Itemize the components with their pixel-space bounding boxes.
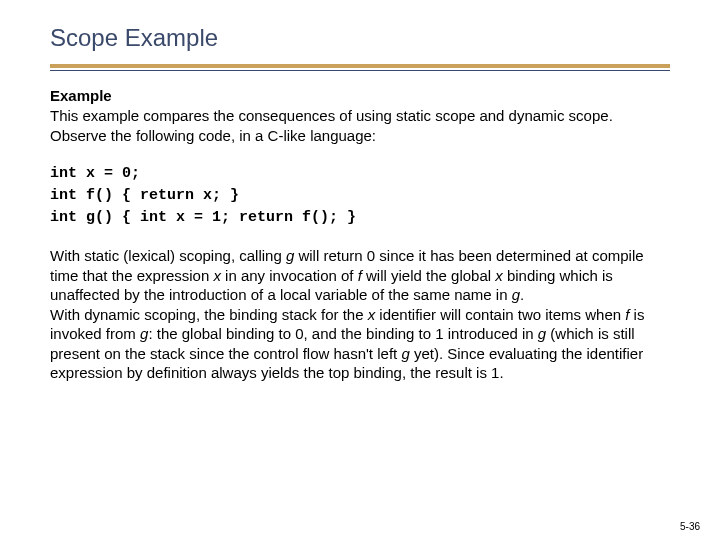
- page-title: Scope Example: [50, 24, 670, 52]
- slide: Scope Example Example This example compa…: [0, 0, 720, 540]
- intro-text: This example compares the consequences o…: [50, 106, 670, 145]
- divider-thin: [50, 70, 670, 71]
- page-number: 5-36: [680, 521, 700, 532]
- code-block: int x = 0; int f() { return x; } int g()…: [50, 163, 670, 228]
- body-text: With static (lexical) scoping, calling g…: [50, 246, 670, 383]
- example-heading: Example: [50, 87, 670, 104]
- divider-thick: [50, 64, 670, 68]
